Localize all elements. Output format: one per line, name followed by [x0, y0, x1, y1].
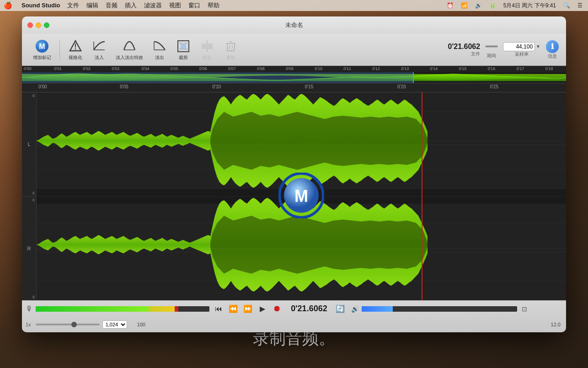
traffic-lights: [27, 22, 49, 28]
menu-view[interactable]: 视图: [166, 0, 185, 11]
output-level-value: 12.0: [551, 322, 561, 327]
overview-tick-17: 0'17: [517, 66, 524, 71]
overview-tick-7: 0'07: [228, 66, 236, 71]
channel-labels: 6 L 6 6 R 6: [22, 92, 37, 300]
toolbar-sep-1: [59, 41, 60, 59]
overview-bar[interactable]: 0'00 0'01 0'02 0'03 0'04 0'05 0'06 0'07 …: [22, 66, 566, 83]
overview-tick-11: 0'11: [343, 66, 351, 71]
svg-text:M: M: [39, 43, 45, 50]
ruler-tick-1: 0'05: [120, 84, 128, 89]
right-channel-label-area: 6 R 6: [22, 197, 36, 301]
waveform-editor[interactable]: 6 L 6 6 R 6: [22, 92, 566, 300]
sample-rate-box: ▼ 采样率: [503, 42, 540, 58]
fade-in-out-icon: [122, 39, 137, 54]
menu-help[interactable]: 帮助: [204, 0, 223, 11]
svg-rect-12: [202, 43, 206, 49]
battery-icon[interactable]: 🔋: [487, 2, 498, 9]
fade-in-out-label: 淡入淡出特效: [116, 54, 143, 61]
split-icon: [200, 39, 214, 54]
mic-icon: 🎙: [26, 305, 33, 313]
skip-to-start-button[interactable]: ⏮: [212, 303, 225, 315]
menu-insert[interactable]: 插入: [121, 0, 140, 11]
overview-tick-15: 0'15: [459, 66, 467, 71]
spotlight-icon[interactable]: 🔍: [561, 2, 572, 9]
db-marker-top-left: 6: [22, 93, 36, 98]
left-channel-label: L: [22, 141, 36, 147]
menu-filter[interactable]: 滤波器: [140, 0, 166, 11]
delete-label: 删除: [226, 54, 235, 61]
overview-tick-2: 0'02: [83, 66, 91, 71]
sample-rate-input[interactable]: [503, 42, 535, 51]
close-button[interactable]: [27, 22, 33, 28]
maximize-button[interactable]: [44, 22, 49, 28]
play-button[interactable]: ▶: [256, 303, 269, 315]
right-channel-label: R: [22, 246, 36, 251]
ruler-tick-2: 0'10: [213, 84, 221, 89]
zoom-thumb[interactable]: [71, 322, 77, 327]
ruler-tick-4: 0'20: [397, 84, 406, 89]
menu-file[interactable]: 文件: [64, 0, 83, 11]
waveform-display[interactable]: M: [37, 92, 566, 300]
menu-bar: 🍎 Sound Studio 文件 编辑 音频 插入 滤波器 视图 窗口 帮助 …: [0, 0, 588, 11]
zoom-row: 1x 1,024 512 256 2048 100 12.0: [22, 317, 566, 332]
normalize-icon: [68, 39, 83, 54]
zoom-slider[interactable]: [36, 324, 100, 325]
app-name-menu[interactable]: Sound Studio: [18, 0, 64, 11]
sync-button[interactable]: 🔄: [335, 303, 346, 314]
time-machine-icon[interactable]: ⏰: [445, 2, 455, 9]
add-marker-button[interactable]: M 增加标记: [29, 37, 55, 63]
fade-in-button[interactable]: 淡入: [88, 37, 110, 63]
period-display: ━━ 期间: [486, 41, 497, 59]
menu-audio[interactable]: 音频: [102, 0, 121, 11]
ruler-tick-5: 0'25: [490, 84, 498, 89]
overview-tick-12: 0'12: [372, 66, 380, 71]
output-level-fill: [362, 306, 393, 312]
minimize-button[interactable]: [36, 22, 41, 28]
app-window: 未命名 M 增加标记: [22, 16, 566, 332]
split-button[interactable]: 拆分: [196, 37, 218, 63]
fade-in-out-button[interactable]: 淡入淡出特效: [112, 37, 147, 63]
volume-icon[interactable]: 🔊: [473, 2, 484, 9]
delete-button[interactable]: 删除: [220, 37, 242, 63]
record-button[interactable]: ⏺: [271, 303, 283, 315]
transport-controls: ⏮ ⏪ ⏩ ▶ ⏺: [212, 303, 283, 315]
info-button[interactable]: ℹ: [546, 40, 559, 53]
file-time-label: 文件: [471, 51, 480, 57]
expand-button[interactable]: ⊡: [520, 305, 529, 313]
control-center-icon[interactable]: ☰: [576, 2, 584, 9]
crop-label: 裁剪: [179, 54, 188, 61]
db-marker-top-right: 6: [22, 198, 36, 202]
menu-window[interactable]: 窗口: [185, 0, 204, 11]
wifi-icon[interactable]: 📶: [459, 2, 470, 9]
left-channel-label-area: 6 L 6: [22, 92, 36, 196]
db-marker-bot-right: 6: [22, 295, 36, 299]
speaker-icon: 🔊: [351, 305, 359, 313]
apple-logo-icon[interactable]: 🍎: [4, 1, 12, 10]
fast-forward-button[interactable]: ⏩: [241, 303, 254, 315]
normalize-label: 规格化: [69, 54, 82, 61]
overview-tick-4: 0'04: [142, 66, 150, 71]
toolbar-right: 0'21.6062 文件 ━━ 期间 ▼ 采样率 ℹ 信息: [448, 40, 559, 60]
delete-icon: [224, 39, 238, 54]
input-level-value: 100: [137, 322, 145, 327]
fade-out-icon: [152, 39, 167, 54]
ruler-tick-0: 0'00: [38, 84, 47, 89]
overview-tick-8: 0'08: [257, 66, 265, 71]
logo-overlay: M: [278, 173, 324, 220]
ruler: 0'00 0'05 0'10 0'15 0'20 0'25: [22, 83, 566, 92]
overview-selection[interactable]: [22, 72, 414, 83]
title-bar: 未命名: [22, 16, 566, 34]
sample-rate-label: 采样率: [515, 51, 529, 58]
time-display: 0'21.6062: [286, 304, 332, 314]
svg-text:M: M: [294, 187, 308, 206]
overview-tick-1: 0'01: [54, 66, 62, 71]
ruler-tick-3: 0'15: [305, 84, 314, 89]
zoom-select[interactable]: 1,024 512 256 2048: [102, 320, 127, 329]
fade-out-button[interactable]: 淡出: [149, 37, 171, 63]
input-level-red: [175, 306, 178, 312]
overview-timeline: 0'00 0'01 0'02 0'03 0'04 0'05 0'06 0'07 …: [22, 66, 566, 72]
rewind-button[interactable]: ⏪: [227, 303, 240, 315]
crop-button[interactable]: 裁剪: [172, 37, 194, 63]
menu-edit[interactable]: 编辑: [83, 0, 102, 11]
normalize-button[interactable]: 规格化: [64, 37, 86, 63]
